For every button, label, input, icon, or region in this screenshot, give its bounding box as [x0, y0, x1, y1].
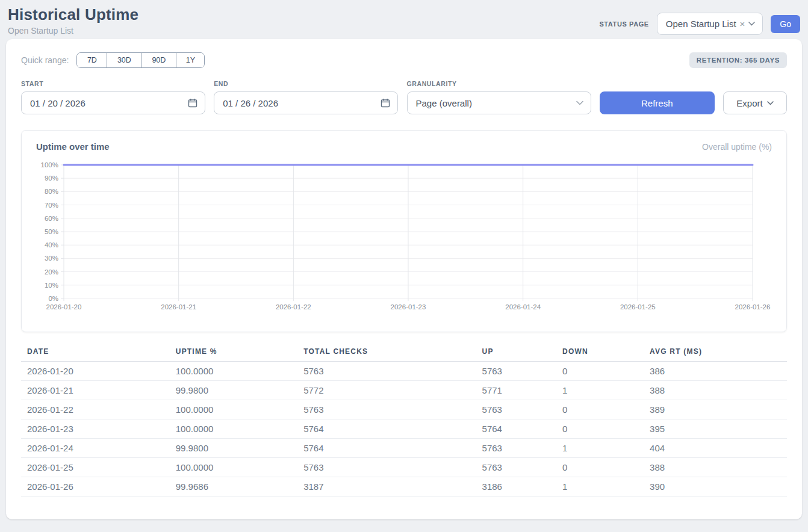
table-header-cell: TOTAL CHECKS [297, 342, 476, 362]
table-cell: 0 [556, 400, 644, 419]
quick-range-button-90d[interactable]: 90D [141, 53, 176, 67]
table-header-cell: DOWN [556, 342, 644, 362]
status-page-label: STATUS PAGE [599, 20, 648, 28]
table-cell: 5771 [476, 381, 557, 400]
table-cell: 5764 [297, 439, 476, 458]
table-cell: 5763 [476, 439, 557, 458]
table-cell: 99.9800 [170, 439, 297, 458]
retention-badge: RETENTION: 365 DAYS [689, 52, 787, 68]
svg-text:2026-01-26: 2026-01-26 [735, 303, 771, 311]
table-header-row: DATEUPTIME %TOTAL CHECKSUPDOWNAVG RT (MS… [21, 342, 787, 362]
table-cell: 0 [556, 362, 644, 381]
svg-text:50%: 50% [45, 228, 58, 235]
granularity-select[interactable]: Page (overall) [407, 91, 591, 114]
quick-range-button-1y[interactable]: 1Y [176, 53, 204, 67]
table-cell: 395 [644, 419, 787, 439]
svg-text:100%: 100% [41, 161, 58, 169]
table-cell: 2026-01-25 [21, 458, 170, 477]
table-row: 2026-01-2199.9800577257711388 [21, 381, 787, 400]
uptime-chart-card: Uptime over time Overall uptime (%) 0%10… [21, 130, 787, 332]
quick-range-button-7d[interactable]: 7D [77, 53, 107, 67]
svg-text:60%: 60% [45, 215, 58, 222]
end-date-field-group: END 01 / 26 / 2026 [214, 80, 398, 114]
svg-text:20%: 20% [45, 268, 58, 276]
svg-text:30%: 30% [45, 255, 58, 262]
table-row: 2026-01-22100.0000576357630389 [21, 400, 787, 419]
table-cell: 2026-01-22 [21, 400, 170, 419]
table-cell: 99.9800 [170, 381, 297, 400]
svg-text:2026-01-20: 2026-01-20 [46, 303, 82, 311]
quick-range-button-30d[interactable]: 30D [107, 53, 141, 67]
table-cell: 1 [556, 477, 644, 496]
table-cell: 5763 [297, 400, 476, 419]
table-row: 2026-01-20100.0000576357630386 [21, 362, 787, 381]
quick-range-group: Quick range: 7D30D90D1Y [21, 52, 205, 68]
chevron-down-icon [576, 101, 583, 105]
table-cell: 5763 [476, 362, 557, 381]
table-cell: 100.0000 [170, 419, 297, 439]
svg-text:80%: 80% [45, 188, 58, 195]
table-header-cell: UPTIME % [170, 342, 297, 362]
table-cell: 390 [644, 477, 787, 496]
table-cell: 5763 [297, 362, 476, 381]
chevron-down-icon [748, 22, 755, 26]
header-controls: STATUS PAGE Open Startup List × Go [599, 13, 800, 35]
table-cell: 389 [644, 400, 787, 419]
granularity-field-group: GRANULARITY Page (overall) [407, 80, 591, 114]
page-subtitle: Open Startup List [8, 26, 138, 36]
table-cell: 2026-01-21 [21, 381, 170, 400]
uptime-table: DATEUPTIME %TOTAL CHECKSUPDOWNAVG RT (MS… [21, 342, 787, 496]
svg-text:2026-01-24: 2026-01-24 [505, 303, 541, 311]
svg-text:2026-01-22: 2026-01-22 [276, 303, 311, 311]
end-date-value: 01 / 26 / 2026 [223, 98, 278, 108]
start-date-input[interactable]: 01 / 20 / 2026 [21, 91, 205, 114]
table-cell: 5763 [297, 458, 476, 477]
chevron-down-icon [767, 101, 774, 105]
header-titles: Historical Uptime Open Startup List [8, 5, 138, 36]
start-date-label: START [21, 80, 205, 87]
table-cell: 5764 [297, 419, 476, 439]
table-cell: 5763 [476, 400, 557, 419]
table-cell: 1 [556, 439, 644, 458]
svg-text:2026-01-21: 2026-01-21 [161, 303, 196, 311]
end-date-input[interactable]: 01 / 26 / 2026 [214, 91, 398, 114]
table-row: 2026-01-2499.9800576457631404 [21, 439, 787, 458]
table-cell: 3186 [476, 477, 557, 496]
table-cell: 5763 [476, 458, 557, 477]
table-cell: 2026-01-24 [21, 439, 170, 458]
svg-text:2026-01-23: 2026-01-23 [391, 303, 426, 311]
quick-range-row: Quick range: 7D30D90D1Y RETENTION: 365 D… [21, 52, 787, 68]
chart-title: Uptime over time [36, 141, 110, 152]
table-cell: 2026-01-23 [21, 419, 170, 439]
svg-text:90%: 90% [45, 175, 58, 182]
table-cell: 2026-01-20 [21, 362, 170, 381]
main-panel: Quick range: 7D30D90D1Y RETENTION: 365 D… [6, 39, 802, 519]
clear-selection-icon[interactable]: × [740, 19, 745, 28]
end-date-label: END [214, 80, 398, 87]
refresh-button[interactable]: Refresh [600, 91, 715, 114]
table-row: 2026-01-25100.0000576357630388 [21, 458, 787, 477]
chart-legend: Overall uptime (%) [702, 142, 772, 152]
table-header-cell: UP [476, 342, 557, 362]
calendar-icon[interactable] [188, 98, 197, 108]
start-date-field-group: START 01 / 20 / 2026 [21, 80, 205, 114]
calendar-icon[interactable] [381, 98, 390, 108]
export-button-label: Export [736, 98, 762, 108]
quick-range-label: Quick range: [21, 55, 69, 65]
table-cell: 0 [556, 419, 644, 439]
chart-header: Uptime over time Overall uptime (%) [36, 141, 772, 152]
svg-text:70%: 70% [45, 202, 58, 209]
granularity-selected-value: Page (overall) [416, 98, 472, 108]
table-cell: 100.0000 [170, 458, 297, 477]
granularity-label: GRANULARITY [407, 80, 591, 87]
table-cell: 100.0000 [170, 362, 297, 381]
table-header-cell: DATE [21, 342, 170, 362]
export-button[interactable]: Export [723, 91, 787, 114]
status-page-select[interactable]: Open Startup List × [657, 13, 763, 35]
table-cell: 3187 [297, 477, 476, 496]
table-cell: 0 [556, 458, 644, 477]
table-cell: 388 [644, 458, 787, 477]
status-page-selected-value: Open Startup List [666, 19, 736, 29]
go-button[interactable]: Go [771, 15, 800, 33]
uptime-line-chart: 0%10%20%30%40%50%60%70%80%90%100%2026-01… [36, 159, 772, 317]
